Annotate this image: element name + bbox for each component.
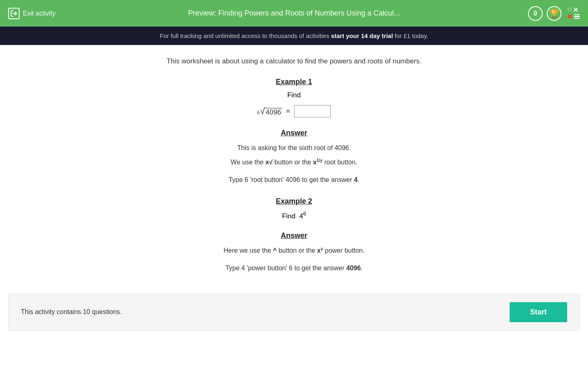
- example1-section: Example 1 Find 6√4096 =: [118, 78, 470, 117]
- exit-activity-button[interactable]: Exit activity: [8, 8, 56, 19]
- example2-find: Find 46: [118, 211, 470, 220]
- header: Exit activity Preview: Finding Powers an…: [0, 0, 588, 27]
- score-badge: 0: [528, 6, 543, 21]
- trial-banner: For full tracking and unlimited access t…: [0, 27, 588, 45]
- example1-title: Example 1: [118, 78, 470, 86]
- trophy-icon[interactable]: 🏆: [547, 6, 561, 21]
- answer1-line1: This is asking for the sixth root of 409…: [118, 142, 470, 153]
- header-right: 0 🏆 ✕: [528, 6, 580, 21]
- example1-find: Find: [118, 91, 470, 99]
- example1-math: 6√4096 =: [118, 105, 470, 117]
- example1-input[interactable]: [294, 105, 331, 117]
- answer1-line2: We use the x√ button or the x1/y root bu…: [118, 157, 470, 168]
- math-expression: 6√4096: [257, 106, 282, 117]
- caret-button: ^: [273, 247, 276, 254]
- answer1-line3: Type 6 'root button' 4096 to get the ans…: [118, 174, 470, 185]
- banner-text-after: for £1 today.: [393, 32, 428, 39]
- answer2-value: 4096: [346, 265, 361, 272]
- exit-icon: [8, 8, 20, 19]
- intro-text: This worksheet is about using a calculat…: [118, 57, 470, 65]
- xpow-button: x1/y: [313, 159, 322, 166]
- exit-label: Exit activity: [23, 10, 56, 17]
- radicand: 4096: [265, 108, 282, 117]
- radical-symbol: √: [260, 106, 265, 117]
- answer1-value: 4: [354, 176, 358, 183]
- banner-text-before: For full tracking and unlimited access t…: [160, 32, 331, 39]
- main-content: This worksheet is about using a calculat…: [110, 45, 478, 294]
- activity-count-text: This activity contains 10 questions.: [21, 308, 122, 316]
- answer2-label: Answer: [118, 231, 470, 240]
- example2-base: 4: [299, 212, 303, 220]
- dots-grid: ✕: [568, 8, 580, 19]
- answer1-section: Answer This is asking for the sixth root…: [118, 129, 470, 186]
- header-title: Preview: Finding Powers and Roots of Num…: [188, 9, 400, 18]
- answer1-label: Answer: [118, 129, 470, 137]
- start-button[interactable]: Start: [510, 302, 567, 322]
- banner-cta[interactable]: start your 14 day trial: [331, 32, 393, 39]
- example2-title: Example 2: [118, 197, 470, 206]
- answer2-section: Answer Here we use the ^ button or the x…: [118, 231, 470, 274]
- equals-sign: =: [286, 107, 290, 115]
- example2-exponent: 6: [303, 211, 306, 217]
- answer2-line1: Here we use the ^ button or the xy power…: [118, 245, 470, 256]
- answer2-line2: Type 4 'power button' 6 to get the answe…: [118, 263, 470, 274]
- xsqrt-button: x√: [265, 159, 273, 166]
- example2-section: Example 2 Find 46: [118, 197, 470, 220]
- radical-index: 6: [257, 110, 260, 115]
- bottom-bar: This activity contains 10 questions. Sta…: [8, 294, 580, 331]
- xy-button: xy: [317, 247, 323, 254]
